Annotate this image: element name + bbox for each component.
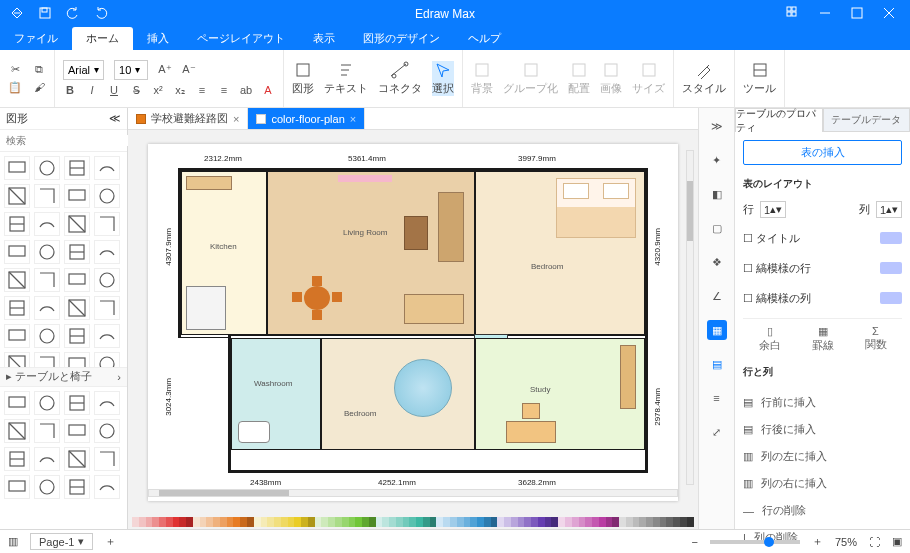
color-swatch[interactable]: [430, 517, 437, 527]
color-swatch[interactable]: [132, 517, 139, 527]
color-swatch[interactable]: [146, 517, 153, 527]
color-swatch[interactable]: [335, 517, 342, 527]
tool-選択[interactable]: 選択: [432, 61, 454, 96]
color-swatch[interactable]: [612, 517, 619, 527]
tab-data[interactable]: テーブルデータ: [823, 108, 911, 132]
tab-3[interactable]: ページレイアウト: [183, 27, 299, 50]
sup-icon[interactable]: x²: [151, 84, 165, 98]
shape-thumb[interactable]: [64, 240, 90, 264]
color-swatch[interactable]: [166, 517, 173, 527]
col-count[interactable]: 1 ▴▾: [876, 201, 902, 218]
color-swatch[interactable]: [274, 517, 281, 527]
collapse-right-icon[interactable]: ≫: [707, 116, 727, 136]
color-swatch[interactable]: [409, 517, 416, 527]
color-swatch[interactable]: [382, 517, 389, 527]
shape-thumb[interactable]: [64, 475, 90, 499]
shape-thumb[interactable]: [4, 352, 30, 367]
color-swatch[interactable]: [152, 517, 159, 527]
color-swatch[interactable]: [328, 517, 335, 527]
shape-thumb[interactable]: [64, 296, 90, 320]
color-swatch[interactable]: [551, 517, 558, 527]
color-swatch[interactable]: [436, 517, 443, 527]
shape-thumb[interactable]: [94, 184, 120, 208]
shape-thumb[interactable]: [94, 296, 120, 320]
fontcolor-icon[interactable]: A: [261, 84, 275, 98]
fit-icon[interactable]: ⛶: [869, 536, 880, 548]
shape-thumb[interactable]: [94, 212, 120, 236]
color-swatch[interactable]: [599, 517, 606, 527]
shape-thumb[interactable]: [34, 268, 60, 292]
color-swatch[interactable]: [294, 517, 301, 527]
color-swatch[interactable]: [288, 517, 295, 527]
doc-tab-1[interactable]: color-floor-plan×: [248, 108, 365, 129]
tool-コネクタ[interactable]: コネクタ: [378, 61, 422, 96]
shape-thumb[interactable]: [4, 296, 30, 320]
shape-thumb[interactable]: [34, 352, 60, 367]
color-swatch[interactable]: [315, 517, 322, 527]
color-swatch[interactable]: [639, 517, 646, 527]
tab-2[interactable]: 挿入: [133, 27, 183, 50]
maximize-icon[interactable]: [850, 6, 864, 22]
color-swatch[interactable]: [321, 517, 328, 527]
copy-icon[interactable]: ⧉: [32, 63, 46, 77]
color-swatch[interactable]: [139, 517, 146, 527]
color-swatch[interactable]: [349, 517, 356, 527]
grid3-icon[interactable]: [786, 6, 800, 22]
tab-5[interactable]: 図形のデザイン: [349, 27, 454, 50]
shape-thumb[interactable]: [4, 156, 30, 180]
shape-thumb[interactable]: [94, 352, 120, 367]
numlist-icon[interactable]: ≡: [217, 84, 231, 98]
shape-thumb[interactable]: [64, 156, 90, 180]
shape-thumb[interactable]: [94, 156, 120, 180]
color-swatch[interactable]: [572, 517, 579, 527]
shape-thumb[interactable]: [4, 391, 30, 415]
color-swatch[interactable]: [666, 517, 673, 527]
color-swatch[interactable]: [247, 517, 254, 527]
italic-icon[interactable]: I: [85, 84, 99, 98]
shape-category[interactable]: ▸ テーブルと椅子›: [0, 367, 127, 387]
tab-properties[interactable]: テーブルのプロパティ: [735, 108, 823, 132]
shape-thumb[interactable]: [64, 352, 90, 367]
color-swatch[interactable]: [673, 517, 680, 527]
minimize-icon[interactable]: [818, 6, 832, 22]
color-swatch[interactable]: [308, 517, 315, 527]
color-swatch[interactable]: [355, 517, 362, 527]
chart-icon[interactable]: ∠: [707, 286, 727, 306]
color-swatch[interactable]: [200, 517, 207, 527]
settings-icon[interactable]: ✦: [707, 150, 727, 170]
color-swatch[interactable]: [281, 517, 288, 527]
color-swatch[interactable]: [342, 517, 349, 527]
shape-thumb[interactable]: [4, 419, 30, 443]
sub-icon[interactable]: x₂: [173, 84, 187, 98]
color-swatch[interactable]: [240, 517, 247, 527]
color-swatch[interactable]: [193, 517, 200, 527]
shape-thumb[interactable]: [64, 391, 90, 415]
shape-thumb[interactable]: [34, 419, 60, 443]
shape-thumb[interactable]: [94, 475, 120, 499]
color-swatch[interactable]: [457, 517, 464, 527]
color-swatch[interactable]: [470, 517, 477, 527]
cut-icon[interactable]: ✂: [8, 63, 22, 77]
shape-thumb[interactable]: [64, 447, 90, 471]
color-swatch[interactable]: [267, 517, 274, 527]
opt-func[interactable]: Σ関数: [849, 325, 902, 353]
shape-thumb[interactable]: [34, 212, 60, 236]
color-swatch[interactable]: [524, 517, 531, 527]
search-input[interactable]: [6, 135, 133, 146]
undo-icon[interactable]: [66, 6, 80, 22]
tab-1[interactable]: ホーム: [72, 27, 133, 50]
expand-icon[interactable]: ⤢: [707, 422, 727, 442]
color-swatch[interactable]: [545, 517, 552, 527]
image-icon[interactable]: ▢: [707, 218, 727, 238]
color-swatch[interactable]: [504, 517, 511, 527]
add-page-icon[interactable]: ＋: [105, 534, 116, 549]
scrollbar-h[interactable]: [148, 489, 678, 497]
color-swatch[interactable]: [443, 517, 450, 527]
shape-thumb[interactable]: [64, 184, 90, 208]
doc-tab-0[interactable]: 学校避難経路図×: [128, 108, 248, 129]
color-swatch[interactable]: [396, 517, 403, 527]
inc-size-icon[interactable]: A⁺: [158, 63, 172, 77]
format-icon[interactable]: ▤: [707, 354, 727, 374]
color-swatch[interactable]: [416, 517, 423, 527]
color-swatch[interactable]: [606, 517, 613, 527]
